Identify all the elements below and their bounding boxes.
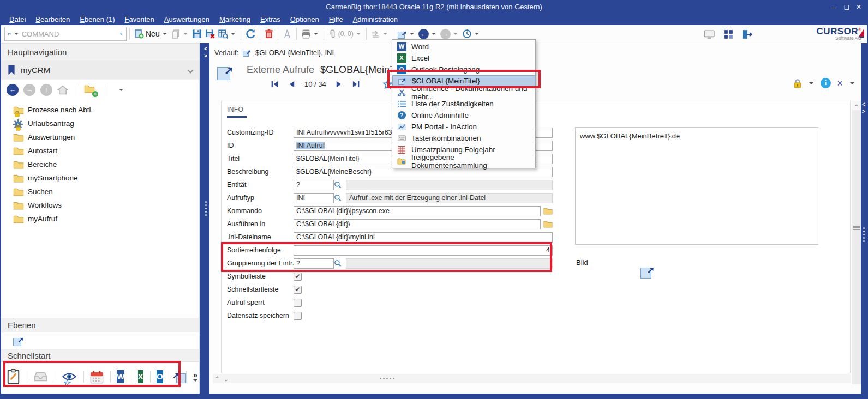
back-dropdown-icon[interactable]: [432, 33, 436, 35]
lock-dropdown-icon[interactable]: [809, 82, 813, 84]
nav-up-button[interactable]: ↑: [40, 84, 52, 96]
ausfuehren-in-input[interactable]: C:\$GLOBAL{dir}\: [294, 219, 541, 229]
bild-image[interactable]: ➚: [628, 254, 667, 289]
menu-marketing[interactable]: Marketing: [214, 14, 255, 25]
tree-item-bereiche[interactable]: Bereiche: [1, 158, 199, 171]
copy-dropdown-icon[interactable]: [183, 33, 188, 35]
tree-item-workflows[interactable]: Workflows: [1, 198, 199, 212]
copy-record-button[interactable]: [170, 28, 190, 40]
info-icon[interactable]: i: [821, 78, 831, 88]
aufruftyp-lookup-button[interactable]: [334, 194, 346, 202]
verlauf-value[interactable]: $GLOBAL{MeinTitel}, INI: [255, 49, 334, 57]
menu-datei[interactable]: Datei: [4, 14, 31, 25]
datensatz-speichern-checkbox[interactable]: [294, 312, 302, 320]
print-dropdown-icon[interactable]: [314, 33, 318, 35]
save-button[interactable]: [190, 28, 203, 40]
menu-item-tastenkombinationen[interactable]: Tastenkombinationen: [392, 132, 535, 144]
quickstart-external-call-button external-call-icon[interactable]: ➚: [176, 370, 180, 383]
menu-item-dokumentensammlung[interactable]: freigegebene Dokumentensammlung: [392, 155, 535, 167]
right-collapsed-panel[interactable]: < >: [861, 43, 867, 394]
close-button[interactable]: ×: [853, 3, 865, 12]
menu-item-word[interactable]: W Word: [392, 41, 535, 52]
panel-grip[interactable]: [380, 378, 394, 379]
next-record-icon[interactable]: [336, 80, 343, 88]
scroll-up-button[interactable]: ⌃: [852, 101, 861, 110]
sidebar-splitter[interactable]: < >: [202, 43, 209, 394]
gruppierung-input[interactable]: ?: [294, 258, 334, 269]
logout-icon[interactable]: [742, 29, 752, 39]
expand-right-icon[interactable]: >: [862, 109, 865, 114]
close-dropdown-icon[interactable]: [850, 82, 854, 84]
kommando-browse-button[interactable]: [543, 207, 553, 215]
new-record-button[interactable]: Neu: [133, 28, 170, 40]
send-dropdown-icon[interactable]: [383, 33, 387, 35]
back-button[interactable]: ←: [417, 28, 439, 40]
lock-icon[interactable]: [793, 78, 802, 88]
quickstart-calendar-button[interactable]: [90, 370, 104, 384]
save-close-button[interactable]: [203, 28, 217, 40]
attachments-dropdown-icon[interactable]: [356, 33, 361, 35]
url-textarea[interactable]: www.$GLOBAL{MeinBetreff}.de: [575, 127, 818, 245]
aufruftyp-input[interactable]: INI: [294, 193, 334, 203]
favorite-star-icon[interactable]: [383, 80, 392, 89]
maximize-button[interactable]: ❑: [841, 3, 853, 12]
search-records-button[interactable]: [217, 28, 238, 40]
command-box[interactable]: [4, 27, 127, 41]
close-record-icon[interactable]: ×: [837, 79, 843, 88]
history-dropdown-icon[interactable]: [475, 33, 479, 35]
forward-button[interactable]: →: [439, 28, 460, 40]
nav-back-button[interactable]: ←: [7, 84, 19, 96]
external-call-dropdown-icon[interactable]: [410, 33, 414, 35]
refresh-button[interactable]: [244, 28, 257, 40]
schnellstartleiste-checkbox[interactable]: ✔: [294, 286, 302, 294]
home-icon[interactable]: [57, 85, 68, 95]
nav-forward-button[interactable]: →: [23, 84, 35, 96]
relations-button[interactable]: [281, 28, 294, 40]
forward-dropdown-icon[interactable]: [453, 33, 458, 35]
splitter-grip[interactable]: [863, 227, 865, 242]
quickstart-more-button[interactable]: »: [193, 372, 197, 382]
menu-hilfe[interactable]: Hilfe: [324, 14, 348, 25]
delete-button[interactable]: [263, 28, 275, 40]
chevron-down-icon[interactable]: [187, 67, 193, 73]
previous-record-icon[interactable]: [288, 80, 295, 88]
splitter-grip[interactable]: [205, 201, 207, 216]
entitaet-input[interactable]: ?: [294, 180, 334, 190]
search-dropdown-icon[interactable]: [231, 33, 235, 35]
scroll-left-button[interactable]: ⌃: [215, 376, 219, 382]
tree-item-urlaubsantrag[interactable]: Urlaubsantrag: [1, 117, 199, 130]
quickstart-clipboard-button[interactable]: [7, 369, 20, 384]
send-button[interactable]: [369, 29, 390, 39]
aufruf-sperrt-checkbox[interactable]: [294, 299, 302, 307]
menu-item-excel[interactable]: X Excel: [392, 52, 535, 64]
tree-item-mysmartphone[interactable]: mySmartphone: [1, 171, 199, 185]
ini-dateiname-input[interactable]: C:\$GLOBAL{dir}\myini.ini: [294, 232, 553, 243]
command-input[interactable]: [22, 30, 118, 38]
scrollbar-handle[interactable]: [853, 225, 860, 231]
quickstart-excel-button excel-icon[interactable]: X: [138, 370, 143, 383]
menu-item-outlook[interactable]: O Outlook Posteingang: [392, 64, 535, 75]
menu-administration[interactable]: Administration: [348, 14, 403, 25]
tiles-icon[interactable]: [723, 29, 733, 39]
quickstart-word-button word-icon[interactable]: W: [117, 370, 124, 383]
new-dropdown-icon[interactable]: [163, 33, 167, 35]
quickstart-inbox-button[interactable]: [33, 371, 48, 382]
menu-optionen[interactable]: Optionen: [285, 14, 324, 25]
external-call-button[interactable]: ➚: [396, 28, 417, 40]
attachments-button[interactable]: (0, 0): [327, 28, 363, 40]
tree-item-auswertungen[interactable]: Auswertungen: [1, 130, 199, 144]
tree-item-suchen[interactable]: Suchen: [1, 185, 199, 198]
collapse-left-icon[interactable]: <: [204, 46, 207, 52]
tab-info[interactable]: INFO: [227, 106, 243, 113]
ebenen-item[interactable]: ➚: [13, 335, 24, 346]
expand-right-icon[interactable]: >: [204, 53, 207, 59]
menu-auswertungen[interactable]: Auswertungen: [159, 14, 214, 25]
first-record-icon[interactable]: [271, 80, 279, 88]
search-icon[interactable]: [120, 29, 123, 39]
scroll-right-button[interactable]: ⌃: [224, 376, 228, 382]
last-record-icon[interactable]: [352, 80, 360, 88]
entitaet-lookup-button[interactable]: [334, 181, 346, 189]
add-folder-button[interactable]: [84, 84, 97, 95]
menu-item-adminhilfe[interactable]: ? Online Adminhilfe: [392, 110, 535, 121]
kommando-input[interactable]: C:\$GLOBAL{dir}\jpsyscon.exe: [294, 206, 541, 216]
